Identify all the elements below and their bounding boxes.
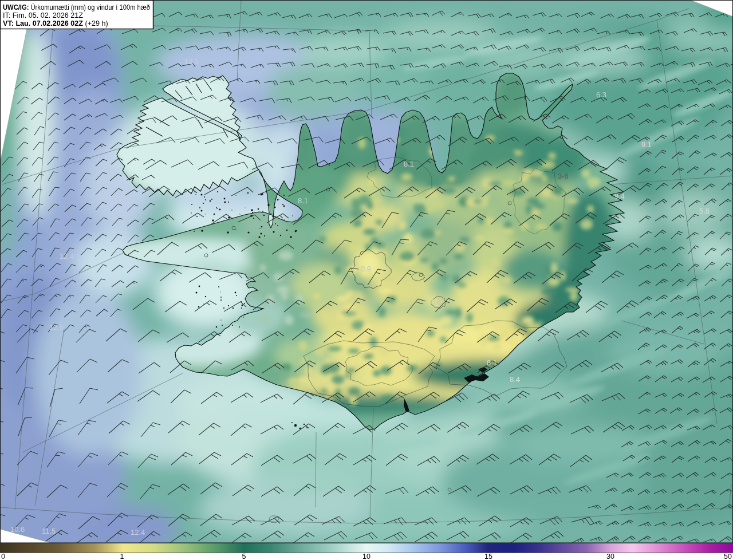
svg-text:1: 1 bbox=[120, 553, 124, 560]
svg-text:30: 30 bbox=[606, 553, 614, 560]
svg-text:9.4: 9.4 bbox=[614, 192, 625, 200]
svg-text:UWC/IG: Úrkomumætti (mm) og vi: UWC/IG: Úrkomumætti (mm) og vindur í 100… bbox=[3, 3, 150, 11]
svg-text:0: 0 bbox=[1, 553, 5, 560]
svg-text:5.8: 5.8 bbox=[699, 207, 710, 215]
svg-text:8.1: 8.1 bbox=[298, 196, 308, 205]
svg-text:0.6: 0.6 bbox=[431, 298, 441, 306]
svg-text:5: 5 bbox=[242, 553, 246, 560]
svg-text:8.1: 8.1 bbox=[487, 358, 497, 367]
svg-text:10: 10 bbox=[362, 553, 371, 560]
svg-text:9.1: 9.1 bbox=[641, 140, 652, 149]
svg-text:IT: Fim. 05. 02. 2026 21Z: IT: Fim. 05. 02. 2026 21Z bbox=[3, 11, 83, 19]
svg-text:12.4: 12.4 bbox=[131, 528, 145, 537]
svg-text:VT: Lau. 07.02.2026 02Z (+29 h: VT: Lau. 07.02.2026 02Z (+29 h) bbox=[3, 19, 108, 27]
svg-text:12.5: 12.5 bbox=[49, 323, 64, 332]
svg-text:50: 50 bbox=[724, 553, 732, 560]
svg-text:15: 15 bbox=[484, 553, 492, 560]
svg-text:6.3: 6.3 bbox=[596, 90, 606, 99]
svg-text:12.4: 12.4 bbox=[60, 252, 74, 261]
svg-text:11.5: 11.5 bbox=[42, 527, 56, 535]
svg-text:8.4: 8.4 bbox=[510, 375, 520, 384]
svg-text:12.1: 12.1 bbox=[184, 57, 199, 66]
svg-text:3-6: 3-6 bbox=[558, 172, 569, 180]
svg-text:0.9: 0.9 bbox=[361, 265, 371, 273]
svg-text:8.1: 8.1 bbox=[404, 160, 414, 168]
